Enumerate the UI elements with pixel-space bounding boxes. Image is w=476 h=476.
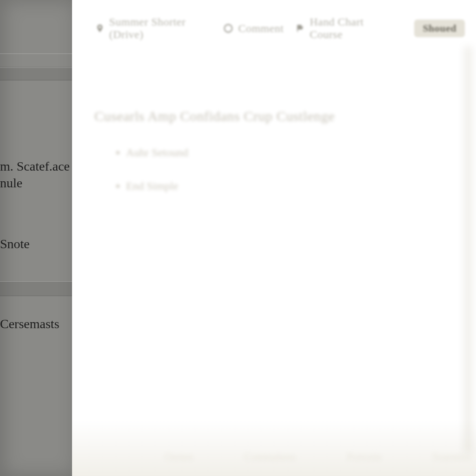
sidebar-item-1-line2: nule xyxy=(0,175,72,192)
page-body: Cusearls Amp Confidans Crup Custlenge Au… xyxy=(72,46,476,214)
toolbar-item-chart[interactable]: Hand Chart Course xyxy=(296,16,390,41)
toolbar-item-location-label: Summer Shorter (Drive) xyxy=(109,16,212,41)
sidebar-item-3[interactable]: Cersemasts xyxy=(0,315,72,333)
sidebar-spacer-1 xyxy=(0,80,72,157)
list-item: Auhr Setound xyxy=(126,146,465,159)
sidebar-section-bar xyxy=(0,281,72,296)
sidebar-item-2[interactable]: Snote xyxy=(0,235,72,253)
sidebar-item-2-label: Snote xyxy=(0,237,30,251)
svg-point-0 xyxy=(225,25,232,33)
footer-faint-c: Portosin xyxy=(347,451,381,463)
footer-faint-b: Commahens xyxy=(245,451,296,463)
footer-faint-a: Oerten xyxy=(165,451,193,463)
sidebar-item-1[interactable]: m. Scatef.ace nule xyxy=(0,157,72,193)
page-bullet-list: Auhr Setound End Simple xyxy=(94,146,465,192)
flag-icon xyxy=(296,23,305,33)
sidebar-item-1-line1: m. Scatef.ace xyxy=(0,158,72,175)
main-content: Summer Shorter (Drive) Comment Hand Char… xyxy=(72,0,476,476)
toolbar-item-location[interactable]: Summer Shorter (Drive) xyxy=(95,16,211,41)
sidebar-dark-row xyxy=(0,67,72,80)
footer-faint-d: Soarmins xyxy=(433,451,471,463)
list-item: End Simple xyxy=(126,180,465,192)
toolbar: Summer Shorter (Drive) Comment Hand Char… xyxy=(72,0,476,46)
toolbar-primary-button[interactable]: Shoued xyxy=(414,20,465,37)
toolbar-item-comment-label: Comment xyxy=(238,22,284,35)
sidebar-spacer-2 xyxy=(0,193,72,235)
sidebar-top-space xyxy=(0,0,72,53)
list-item-label-0: Auhr Setound xyxy=(126,146,188,159)
toolbar-item-comment[interactable]: Comment xyxy=(223,22,284,35)
sidebar-divider-1 xyxy=(0,53,72,67)
page-title: Cusearls Amp Confidans Crup Custlenge xyxy=(94,108,465,124)
toolbar-item-chart-label: Hand Chart Course xyxy=(310,16,390,41)
list-item-label-1: End Simple xyxy=(126,180,178,192)
footer-faint-row: Oerten Commahens Portosin Soarmins xyxy=(165,451,471,463)
chat-icon xyxy=(223,23,233,33)
sidebar-spacer-3 xyxy=(0,296,72,315)
sidebar-item-3-label: Cersemasts xyxy=(0,317,60,331)
map-pin-icon xyxy=(95,23,105,33)
sidebar: m. Scatef.ace nule Snote Cersemasts xyxy=(0,0,72,476)
